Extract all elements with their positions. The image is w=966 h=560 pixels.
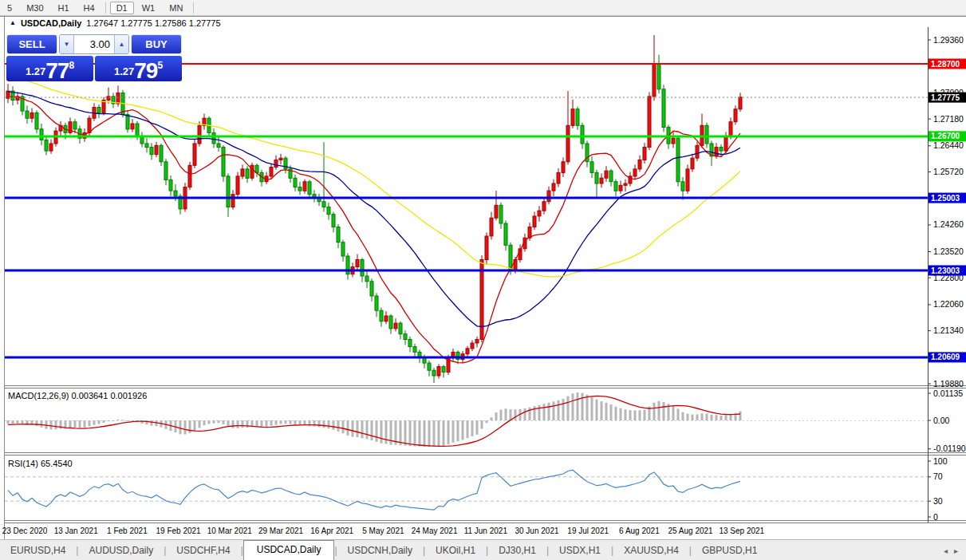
- toolbar-separator: [193, 2, 194, 14]
- tab-dj30[interactable]: DJ30,H1: [488, 542, 546, 560]
- sell-price-sup: 8: [69, 60, 74, 71]
- svg-text:19 Jul 2021: 19 Jul 2021: [567, 526, 609, 535]
- svg-text:23 Dec 2020: 23 Dec 2020: [2, 526, 48, 535]
- timeframe-toolbar: 5M30H1H4D1W1MN: [0, 0, 966, 16]
- volume-decrease-icon[interactable]: ▼: [60, 35, 74, 53]
- svg-text:30 Jun 2021: 30 Jun 2021: [515, 526, 558, 535]
- svg-text:1.21340: 1.21340: [933, 325, 964, 335]
- timeframe-button-w1[interactable]: W1: [136, 2, 162, 14]
- tab-usdcad[interactable]: USDCAD,Daily: [243, 540, 335, 560]
- svg-text:19 Feb 2021: 19 Feb 2021: [156, 526, 202, 535]
- svg-text:10 Mar 2021: 10 Mar 2021: [207, 526, 253, 535]
- svg-text:1 Feb 2021: 1 Feb 2021: [107, 526, 148, 535]
- tab-xauusd[interactable]: XAUUSD,H4: [613, 542, 689, 560]
- svg-text:11 Jun 2021: 11 Jun 2021: [464, 526, 508, 535]
- buy-price-sup: 5: [157, 60, 163, 71]
- chart-symbol-title: USDCAD,Daily: [21, 18, 81, 28]
- svg-text:1.27775: 1.27775: [931, 93, 960, 102]
- svg-text:1.22060: 1.22060: [933, 299, 964, 309]
- svg-text:1.29360: 1.29360: [933, 35, 964, 45]
- svg-text:0.01135: 0.01135: [933, 388, 963, 398]
- sell-price-display[interactable]: 1.27 77 8: [6, 56, 93, 81]
- svg-text:29 Mar 2021: 29 Mar 2021: [258, 526, 304, 535]
- price-chart-canvas[interactable]: 1.293601.286401.279001.271801.264401.257…: [0, 0, 966, 560]
- macd-panel: 0.011350.00-0.011904: [5, 388, 966, 454]
- collapse-panel-icon[interactable]: ▲: [10, 20, 16, 26]
- svg-text:1.26440: 1.26440: [933, 140, 964, 150]
- volume-increase-icon[interactable]: ▲: [114, 35, 128, 53]
- sell-price-big: 77: [45, 61, 69, 81]
- tab-usdcnh[interactable]: USDCNH,Daily: [337, 542, 423, 560]
- symbol-tabbar: EURUSD,H4|AUDUSD,Daily|USDCHF,H4|USDCAD,…: [0, 539, 966, 560]
- tab-usdx[interactable]: USDX,H1: [549, 542, 611, 560]
- tab-gbpusd[interactable]: GBPUSD,H1: [692, 542, 767, 560]
- timeframe-button-5[interactable]: 5: [1, 2, 18, 14]
- tab-ukoil[interactable]: UKOil,H1: [425, 542, 486, 560]
- buy-button[interactable]: BUY: [131, 34, 182, 54]
- moving-averages-layer: [8, 76, 740, 363]
- svg-text:1.20609: 1.20609: [931, 353, 960, 361]
- tab-eurusd[interactable]: EURUSD,H4: [0, 542, 76, 560]
- svg-text:30: 30: [933, 496, 943, 506]
- svg-text:1.25720: 1.25720: [933, 167, 964, 176]
- rsi-panel: 10070300: [5, 456, 948, 522]
- timeframe-button-h1[interactable]: H1: [52, 2, 76, 14]
- svg-text:25 Aug 2021: 25 Aug 2021: [668, 526, 714, 535]
- chart-title-row: ▲ USDCAD,Daily 1.27647 1.27775 1.27586 1…: [10, 18, 221, 28]
- volume-spinner: ▼ 3.00 ▲: [59, 34, 129, 54]
- one-click-trading-panel: SELL ▼ 3.00 ▲ BUY 1.27 77 8 1.27 79 5: [6, 34, 182, 81]
- macd-indicator-label: MACD(12,26,9) 0.003641 0.001926: [8, 391, 147, 400]
- svg-text:1.25003: 1.25003: [931, 194, 960, 203]
- tabbar-scroll-arrows: ◂▸: [944, 546, 966, 560]
- tab-audusd[interactable]: AUDUSD,Daily: [78, 542, 164, 560]
- svg-text:1.26700: 1.26700: [931, 132, 960, 140]
- volume-input[interactable]: 3.00: [74, 35, 114, 53]
- rsi-indicator-label: RSI(14) 65.4540: [8, 459, 73, 468]
- svg-text:1.19880: 1.19880: [933, 379, 964, 388]
- svg-text:-0.011904: -0.011904: [933, 444, 966, 453]
- svg-text:100: 100: [933, 456, 948, 466]
- mt4-application: { "toolbar": { "timeframes": [ {"label":…: [0, 0, 966, 560]
- svg-text:1.27180: 1.27180: [933, 114, 964, 124]
- buy-price-prefix: 1.27: [114, 65, 134, 77]
- svg-text:1.23520: 1.23520: [933, 246, 964, 256]
- price-axis: 1.293601.286401.279001.271801.264401.257…: [928, 35, 966, 388]
- svg-text:1.28700: 1.28700: [931, 60, 960, 69]
- svg-text:24 May 2021: 24 May 2021: [412, 526, 458, 535]
- chart-ohlc-quote: 1.27647 1.27775 1.27586 1.27775: [86, 18, 220, 28]
- svg-text:13 Jan 2021: 13 Jan 2021: [54, 526, 98, 535]
- toolbar-separator: [105, 2, 106, 14]
- scroll-tabs-left-icon[interactable]: ◂: [944, 546, 948, 555]
- timeframe-button-m30[interactable]: M30: [20, 2, 49, 14]
- date-axis: 23 Dec 202013 Jan 20211 Feb 202119 Feb 2…: [2, 526, 765, 535]
- buy-price-display[interactable]: 1.27 79 5: [95, 56, 182, 81]
- scroll-tabs-right-icon[interactable]: ▸: [954, 546, 958, 555]
- svg-text:5 May 2021: 5 May 2021: [362, 526, 404, 535]
- sell-price-prefix: 1.27: [26, 65, 45, 77]
- timeframe-button-mn[interactable]: MN: [163, 2, 189, 14]
- svg-text:0: 0: [933, 512, 938, 522]
- sell-button[interactable]: SELL: [6, 34, 57, 54]
- svg-text:13 Sep 2021: 13 Sep 2021: [719, 526, 764, 535]
- svg-text:1.23003: 1.23003: [931, 266, 960, 275]
- svg-text:1.24260: 1.24260: [933, 219, 964, 229]
- svg-text:0.00: 0.00: [933, 416, 950, 425]
- svg-text:6 Aug 2021: 6 Aug 2021: [619, 526, 660, 535]
- svg-text:70: 70: [933, 471, 943, 481]
- buy-price-big: 79: [134, 61, 157, 81]
- svg-text:16 Apr 2021: 16 Apr 2021: [310, 526, 353, 535]
- tab-usdchf[interactable]: USDCHF,H4: [166, 542, 240, 560]
- timeframe-button-h4[interactable]: H4: [77, 2, 101, 14]
- timeframe-button-d1[interactable]: D1: [110, 2, 134, 14]
